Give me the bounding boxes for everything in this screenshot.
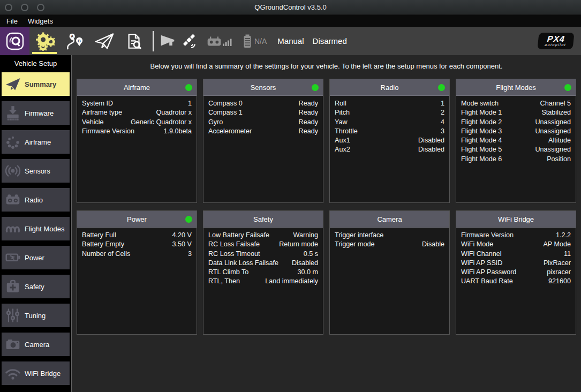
row-label: WiFi AP Password	[461, 268, 516, 277]
card-title: WiFi Bridge	[498, 215, 534, 223]
plan-route-icon	[65, 32, 84, 50]
table-row: System ID1	[82, 99, 192, 108]
summary-intro-text: Below you will find a summary of the set…	[72, 62, 581, 70]
card-title: Power	[127, 215, 147, 223]
row-value: Ready	[299, 99, 318, 108]
sidebar-item-sensors[interactable]: Sensors	[2, 159, 70, 183]
status-ok-dot	[185, 216, 192, 223]
table-row: Flight Mode 3Unassigned	[461, 127, 571, 136]
sidebar-item-tuning[interactable]: Tuning	[2, 304, 70, 327]
row-label: Data Link Loss Failsafe	[208, 259, 278, 268]
px4-logo-subtext: autopilot	[545, 43, 567, 47]
row-value: 0.5 s	[304, 250, 318, 259]
row-value: Ready	[299, 108, 318, 117]
tuning-icon	[5, 307, 21, 323]
table-row: Flight Mode 5Unassigned	[461, 145, 571, 154]
row-label: Flight Mode 3	[461, 127, 502, 136]
rc-rssi-indicator-button[interactable]	[206, 35, 233, 48]
paper-plane-icon	[5, 76, 21, 92]
px4-autopilot-logo: PX4 autopilot	[537, 33, 574, 49]
fly-view-button[interactable]	[89, 27, 119, 55]
table-row: Firmware Version1.2.2	[461, 231, 571, 240]
sidebar-item-power[interactable]: Power	[2, 246, 70, 269]
row-label: System ID	[82, 99, 113, 108]
sidebar-item-label: Camera	[25, 341, 49, 349]
card-header: Camera	[330, 211, 449, 228]
flight-log-icon	[125, 32, 144, 50]
sidebar-item-label: WiFi Bridge	[25, 370, 61, 378]
menu-bar: File Widgets	[0, 15, 581, 27]
firmware-icon	[5, 105, 21, 121]
vehicle-setup-view-button[interactable]	[29, 27, 59, 55]
row-value: 3	[441, 127, 444, 136]
table-row: Flight Mode 6Position	[461, 155, 571, 164]
flight-mode-indicator[interactable]: Manual	[277, 36, 304, 46]
sidebar-item-safety[interactable]: Safety	[2, 275, 70, 298]
row-label: Firmware Version	[461, 231, 514, 240]
flight-modes-summary-card: Flight Modes Mode switchChannel 5Flight …	[456, 79, 576, 203]
sidebar-item-firmware[interactable]: Firmware	[2, 101, 70, 125]
row-label: Trigger mode	[335, 240, 374, 249]
messages-indicator-button[interactable]	[160, 34, 176, 48]
sidebar-item-radio[interactable]: Radio	[2, 188, 70, 212]
menu-widgets[interactable]: Widgets	[27, 17, 54, 25]
row-label: Aux1	[335, 136, 350, 145]
status-ok-dot	[438, 84, 445, 91]
card-title: Flight Modes	[496, 84, 535, 92]
row-value: Return mode	[279, 240, 318, 249]
row-value: Disabled	[418, 145, 444, 154]
power-summary-card: Power Battery Full4.20 VBattery Empty3.5…	[77, 210, 197, 335]
sidebar-item-camera[interactable]: Camera	[2, 333, 70, 356]
row-label: Roll	[335, 99, 346, 108]
row-label: Mode switch	[461, 99, 499, 108]
table-row: Flight Mode 1Stabilized	[461, 108, 571, 117]
row-value: 4.20 V	[172, 231, 192, 240]
qgc-home-button[interactable]	[0, 27, 29, 55]
card-header: Radio	[330, 79, 449, 96]
row-label: Flight Mode 5	[461, 145, 502, 154]
radio-icon	[5, 192, 21, 208]
table-row: RTL Climb To30.0 m	[208, 268, 318, 277]
sidebar-item-summary[interactable]: Summary	[2, 72, 70, 96]
card-header: Power	[77, 211, 197, 228]
sidebar-item-airframe[interactable]: Airframe	[2, 130, 70, 154]
armed-state-indicator[interactable]: Disarmed	[313, 36, 347, 46]
row-value: Unassigned	[535, 145, 571, 154]
table-row: Trigger modeDisable	[335, 240, 444, 249]
sensors-icon	[5, 163, 21, 179]
table-row: RC Loss Timeout0.5 s	[208, 250, 318, 259]
row-label: WiFi AP SSID	[461, 259, 502, 268]
status-ok-dot	[564, 84, 571, 91]
row-value: 3.50 V	[172, 240, 192, 249]
radio-summary-card: Radio Roll1Pitch2Yaw4Throttle3Aux1Disabl…	[329, 79, 450, 203]
card-body: Battery Full4.20 VBattery Empty3.50 VNum…	[77, 228, 197, 262]
sidebar-item-label: Power	[25, 254, 44, 262]
table-row: Compass 0Ready	[208, 99, 318, 108]
gears-icon	[34, 32, 55, 51]
rc-remote-icon	[206, 35, 222, 48]
window-title: QGroundControl v3.5.0	[0, 3, 581, 11]
row-label: Aux2	[335, 145, 350, 154]
sidebar-item-wifi-bridge[interactable]: WiFi Bridge	[2, 361, 70, 385]
row-label: Flight Mode 4	[461, 136, 502, 145]
sidebar-title: Vehicle Setup	[0, 55, 71, 72]
analyze-view-button[interactable]	[119, 27, 149, 55]
row-value: 11	[564, 250, 571, 259]
gps-indicator-button[interactable]	[180, 33, 198, 50]
summary-content: Below you will find a summary of the set…	[72, 55, 581, 392]
card-body: Roll1Pitch2Yaw4Throttle3Aux1DisabledAux2…	[330, 96, 449, 158]
sidebar-item-label: Airframe	[25, 138, 51, 146]
table-row: UART Baud Rate921600	[461, 277, 571, 286]
sidebar-item-flight-modes[interactable]: Flight Modes	[2, 217, 70, 240]
sidebar-item-label: Radio	[25, 196, 43, 204]
table-row: Pitch2	[335, 108, 444, 117]
menu-file[interactable]: File	[5, 17, 19, 25]
battery-indicator-button[interactable]: N/A	[242, 34, 267, 49]
row-value: Warning	[293, 231, 318, 240]
row-label: Battery Empty	[82, 240, 124, 249]
wifi-icon	[5, 365, 21, 381]
row-value: 4	[441, 118, 444, 127]
plan-view-button[interactable]	[59, 27, 89, 55]
card-title: Camera	[377, 215, 402, 223]
row-value: 2	[441, 108, 444, 117]
